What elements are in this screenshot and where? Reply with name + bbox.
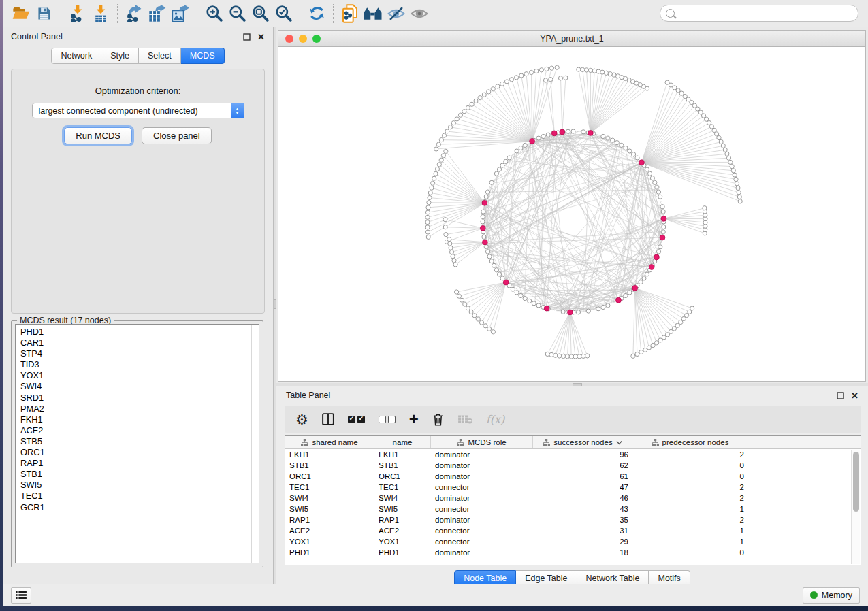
table-row[interactable]: TEC1TEC1connector472 bbox=[285, 482, 861, 493]
cell-shared_name: ORC1 bbox=[285, 472, 374, 480]
search-field[interactable] bbox=[660, 5, 858, 22]
mcds-result-item[interactable]: SWI5 bbox=[20, 480, 259, 491]
scrollbar-thumb[interactable] bbox=[853, 452, 859, 512]
table-row[interactable]: RAP1RAP1dominator352 bbox=[285, 514, 861, 525]
import-network-icon[interactable] bbox=[66, 3, 89, 24]
float-panel-icon[interactable] bbox=[837, 392, 844, 399]
show-panel-list-button[interactable] bbox=[11, 587, 31, 604]
mcds-result-item[interactable]: TEC1 bbox=[20, 491, 259, 501]
export-table-icon[interactable] bbox=[146, 3, 169, 24]
mcds-result-list[interactable]: PHD1CAR1STP4TID3YOX1SWI4SRD1PMA2FKH1ACE2… bbox=[15, 324, 259, 563]
export-network-icon[interactable] bbox=[123, 3, 146, 24]
mcds-result-item[interactable]: YOX1 bbox=[20, 370, 259, 381]
float-panel-icon[interactable] bbox=[243, 33, 251, 41]
table-settings-gear-icon[interactable]: ⚙ bbox=[295, 410, 308, 428]
clone-network-icon[interactable] bbox=[338, 3, 361, 24]
cell-successor_nodes: 29 bbox=[533, 538, 632, 546]
column-header-predecessor-nodes[interactable]: predecessor nodes bbox=[632, 436, 748, 448]
delete-column-icon[interactable] bbox=[432, 410, 444, 428]
network-view-title: YPA_prune.txt_1 bbox=[278, 34, 865, 44]
column-visibility-icon[interactable] bbox=[322, 410, 334, 428]
network-canvas[interactable] bbox=[278, 47, 865, 381]
close-panel-icon[interactable]: ✕ bbox=[851, 391, 858, 400]
cell-successor_nodes: 47 bbox=[533, 483, 632, 491]
column-header-successor-nodes[interactable]: successor nodes bbox=[533, 436, 632, 448]
toolbar-separator bbox=[333, 4, 334, 23]
zoom-fit-icon[interactable] bbox=[248, 3, 272, 24]
cell-mcds_role: dominator bbox=[431, 450, 533, 459]
export-image-icon[interactable] bbox=[169, 3, 192, 24]
table-row[interactable]: FKH1FKH1dominator962 bbox=[285, 449, 861, 460]
network-graph[interactable] bbox=[278, 47, 865, 381]
memory-button[interactable]: Memory bbox=[803, 587, 860, 604]
cell-mcds_role: dominator bbox=[431, 461, 533, 469]
table-row[interactable]: SWI4SWI4dominator462 bbox=[285, 493, 861, 503]
column-header-MCDS-role[interactable]: MCDS role bbox=[431, 436, 533, 448]
mcds-result-item[interactable]: ACE2 bbox=[20, 425, 259, 436]
cell-predecessor_nodes: 1 bbox=[632, 505, 748, 513]
mcds-result-item[interactable]: TID3 bbox=[20, 359, 259, 370]
main-toolbar bbox=[3, 0, 868, 27]
zoom-in-icon[interactable] bbox=[202, 3, 225, 24]
binoculars-icon[interactable] bbox=[361, 3, 385, 24]
table-scrollbar[interactable] bbox=[851, 450, 860, 564]
tab-network[interactable]: Network bbox=[51, 48, 101, 64]
network-view-titlebar: YPA_prune.txt_1 bbox=[278, 31, 865, 47]
cell-successor_nodes: 62 bbox=[533, 461, 632, 469]
column-label: successor nodes bbox=[553, 438, 612, 446]
column-label: shared name bbox=[312, 438, 357, 446]
cell-shared_name: SWI4 bbox=[285, 494, 374, 502]
optimization-criterion-select[interactable]: largest connected component (undirected)… bbox=[32, 103, 244, 118]
select-all-icon[interactable] bbox=[348, 410, 365, 428]
memory-status-icon bbox=[810, 591, 818, 599]
cell-predecessor_nodes: 0 bbox=[632, 472, 748, 480]
tab-style[interactable]: Style bbox=[101, 48, 139, 64]
column-header-shared-name[interactable]: shared name bbox=[285, 436, 374, 448]
network-view-window: YPA_prune.txt_1 bbox=[278, 30, 866, 382]
mcds-result-item[interactable]: SRD1 bbox=[20, 393, 259, 403]
table-row[interactable]: SWI5SWI5connector431 bbox=[285, 503, 861, 514]
mcds-tab-content: Optimization criterion: largest connecte… bbox=[11, 69, 265, 314]
mcds-result-item[interactable]: GCR1 bbox=[20, 502, 259, 513]
run-mcds-button[interactable]: Run MCDS bbox=[64, 127, 132, 144]
refresh-layout-icon[interactable] bbox=[305, 3, 328, 24]
tab-mcds[interactable]: MCDS bbox=[181, 48, 225, 64]
table-row[interactable]: ACE2ACE2connector311 bbox=[285, 525, 861, 536]
mcds-result-item[interactable]: SWI4 bbox=[20, 381, 259, 392]
table-row[interactable]: STB1STB1dominator620 bbox=[285, 460, 861, 471]
show-all-icon[interactable] bbox=[408, 3, 431, 24]
mcds-result-item[interactable]: FKH1 bbox=[20, 414, 259, 425]
cell-successor_nodes: 18 bbox=[533, 548, 632, 557]
search-input[interactable] bbox=[679, 9, 852, 18]
hide-selected-icon[interactable] bbox=[385, 3, 408, 24]
toolbar-separator bbox=[61, 4, 61, 23]
mcds-result-item[interactable]: CAR1 bbox=[20, 337, 259, 348]
close-panel-icon[interactable]: ✕ bbox=[257, 33, 265, 42]
control-panel: Control Panel ✕ NetworkStyleSelectMCDS O… bbox=[3, 27, 273, 584]
zoom-selected-icon[interactable] bbox=[272, 3, 295, 24]
mcds-result-item[interactable]: STP4 bbox=[20, 348, 259, 359]
zoom-out-icon[interactable] bbox=[225, 3, 248, 24]
mcds-result-item[interactable]: STB1 bbox=[20, 469, 259, 480]
mcds-result-item[interactable]: STB5 bbox=[20, 436, 259, 447]
column-header-name[interactable]: name bbox=[374, 436, 431, 448]
table-row[interactable]: PHD1PHD1dominator180 bbox=[285, 547, 861, 558]
add-column-icon[interactable]: + bbox=[409, 410, 419, 428]
deselect-all-icon[interactable] bbox=[379, 410, 396, 428]
list-icon bbox=[16, 591, 27, 599]
control-panel-title: Control Panel bbox=[11, 32, 63, 42]
save-session-icon[interactable] bbox=[33, 3, 56, 24]
mcds-result-item[interactable]: PMA2 bbox=[20, 403, 259, 414]
list-scrollbar[interactable] bbox=[251, 325, 252, 563]
optimization-criterion-label: Optimization criterion: bbox=[12, 86, 264, 96]
close-panel-button[interactable]: Close panel bbox=[142, 127, 212, 144]
cell-shared_name: TEC1 bbox=[285, 483, 374, 491]
mcds-result-item[interactable]: ORC1 bbox=[20, 447, 259, 458]
mcds-result-item[interactable]: PHD1 bbox=[20, 327, 259, 337]
open-session-icon[interactable] bbox=[10, 3, 33, 24]
table-row[interactable]: YOX1YOX1connector291 bbox=[285, 536, 861, 547]
mcds-result-item[interactable]: RAP1 bbox=[20, 458, 259, 469]
import-table-icon[interactable] bbox=[89, 3, 112, 24]
table-row[interactable]: ORC1ORC1dominator610 bbox=[285, 471, 861, 482]
tab-select[interactable]: Select bbox=[139, 48, 181, 64]
